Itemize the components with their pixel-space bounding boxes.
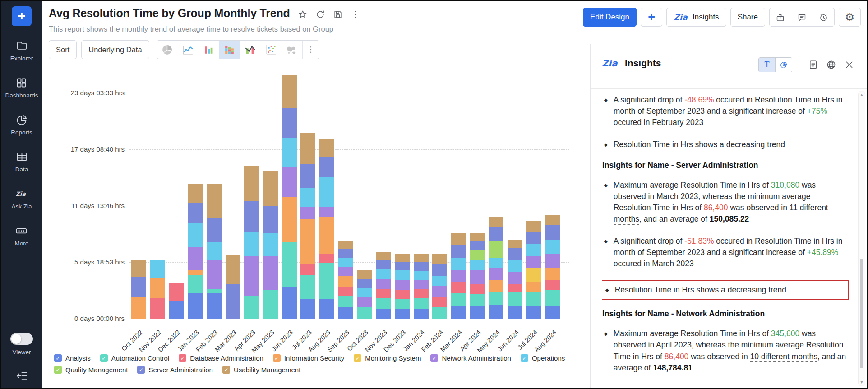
bar-segment[interactable] [508, 260, 522, 272]
bar-segment[interactable] [508, 292, 522, 307]
sidebar-item-more[interactable]: More [15, 225, 29, 247]
text-toggle-button[interactable]: T [759, 58, 775, 72]
bar-segment[interactable] [338, 267, 353, 277]
bar-segment[interactable] [169, 301, 184, 319]
bar-segment[interactable] [188, 293, 203, 319]
bar-segment[interactable] [432, 307, 447, 319]
bar-segment[interactable] [395, 254, 410, 262]
legend-item-information-security[interactable]: ✓Information Security [273, 354, 344, 362]
bar-segment[interactable] [432, 286, 447, 297]
bar-segment[interactable] [545, 215, 560, 226]
bar-segment[interactable] [451, 306, 466, 319]
bar-segment[interactable] [545, 290, 560, 306]
bar-segment[interactable] [300, 164, 315, 188]
bar-segment[interactable] [244, 296, 259, 319]
bar-segment[interactable] [470, 284, 485, 295]
share-button[interactable]: Share [730, 8, 765, 27]
bar-segment[interactable] [508, 306, 522, 319]
bar-segment[interactable] [300, 133, 315, 164]
bar-segment[interactable] [489, 292, 503, 305]
bar-segment[interactable] [414, 254, 429, 262]
bar-segment[interactable] [489, 280, 503, 292]
sidebar-item-data[interactable]: Data [15, 151, 28, 173]
bar-segment[interactable] [376, 289, 391, 298]
bar-segment[interactable] [263, 256, 278, 291]
star-icon[interactable] [298, 9, 308, 19]
chart-type-bar-chart-icon[interactable] [199, 41, 219, 59]
bar-segment[interactable] [263, 233, 278, 256]
bar-segment[interactable] [263, 290, 278, 319]
bar-segment[interactable] [226, 284, 240, 319]
bar-segment[interactable] [300, 299, 315, 319]
bar-segment[interactable] [319, 157, 334, 177]
bar-segment[interactable] [451, 258, 466, 270]
chart-type-more-button[interactable] [302, 41, 319, 59]
close-icon[interactable] [844, 60, 854, 70]
bar-segment[interactable] [188, 275, 203, 293]
bar-segment[interactable] [300, 207, 315, 219]
bar-segment[interactable] [244, 166, 259, 201]
bar-segment[interactable] [244, 232, 259, 256]
bar-segment[interactable] [207, 260, 222, 289]
legend-item-operations[interactable]: ✓Operations [521, 354, 565, 362]
bar-segment[interactable] [526, 292, 541, 307]
bar-segment[interactable] [451, 270, 466, 282]
chart-type-scatter-chart-icon[interactable] [261, 41, 282, 59]
bar-segment[interactable] [395, 299, 410, 309]
sidebar-item-ask-zia[interactable]: ZiaAsk Zia [11, 188, 32, 210]
sort-button[interactable]: Sort [49, 40, 77, 59]
bar-segment[interactable] [338, 287, 353, 297]
chart-type-stacked-bar-chart-icon[interactable] [219, 41, 240, 59]
bar-segment[interactable] [395, 262, 410, 270]
alarm-button[interactable] [813, 8, 834, 26]
bar-segment[interactable] [282, 138, 297, 167]
collapse-sidebar-icon[interactable] [16, 370, 28, 382]
legend-item-monitoring-system[interactable]: ✓Monitoring System [354, 354, 421, 362]
legend-item-analysis[interactable]: ✓Analysis [54, 354, 91, 362]
bar-segment[interactable] [338, 241, 353, 249]
bar-segment[interactable] [470, 294, 485, 306]
bar-segment[interactable] [545, 225, 560, 240]
scroll-down-icon[interactable]: ▼ [859, 380, 865, 384]
bar-segment[interactable] [338, 249, 353, 258]
bar-segment[interactable] [338, 276, 353, 287]
bar-segment[interactable] [150, 278, 165, 298]
bar-segment[interactable] [282, 242, 297, 287]
bar-segment[interactable] [470, 270, 485, 284]
bar-segment[interactable] [169, 283, 184, 301]
bar-segment[interactable] [376, 252, 391, 261]
underlying-data-button[interactable]: Underlying Data [81, 40, 149, 59]
bar-segment[interactable] [319, 254, 334, 263]
bar-segment[interactable] [207, 218, 222, 242]
bar-segment[interactable] [188, 270, 203, 275]
bar-segment[interactable] [508, 248, 522, 260]
globe-icon[interactable] [826, 60, 836, 70]
sidebar-item-reports[interactable]: Reports [11, 114, 32, 136]
bar-segment[interactable] [432, 264, 447, 275]
bar-segment[interactable] [395, 270, 410, 280]
refresh-icon[interactable] [315, 9, 325, 19]
bar-segment[interactable] [489, 227, 503, 242]
legend-item-network-administration[interactable]: ✓Network Administration [430, 354, 511, 362]
bar-segment[interactable] [376, 298, 391, 309]
bar-segment[interactable] [414, 309, 429, 319]
bar-segment[interactable] [226, 255, 240, 284]
scroll-up-icon[interactable]: ▲ [859, 93, 865, 97]
bar-segment[interactable] [470, 250, 485, 260]
bar-segment[interactable] [338, 296, 353, 307]
bar-segment[interactable] [395, 280, 410, 290]
bar-segment[interactable] [282, 167, 297, 197]
bar-segment[interactable] [376, 309, 391, 319]
bar-segment[interactable] [282, 75, 297, 108]
bar-segment[interactable] [319, 263, 334, 299]
bar-segment[interactable] [319, 207, 334, 217]
legend-item-server-administration[interactable]: ✓Server Administration [137, 366, 213, 374]
bar-segment[interactable] [451, 282, 466, 293]
bar-segment[interactable] [545, 268, 560, 280]
bar-segment[interactable] [300, 275, 315, 299]
pie-toggle-button[interactable] [775, 58, 792, 72]
bar-segment[interactable] [489, 258, 503, 268]
legend-item-quality-management[interactable]: ✓Quality Management [54, 366, 128, 374]
bar-segment[interactable] [414, 262, 429, 271]
chart-type-combo-chart-icon[interactable] [240, 41, 261, 59]
